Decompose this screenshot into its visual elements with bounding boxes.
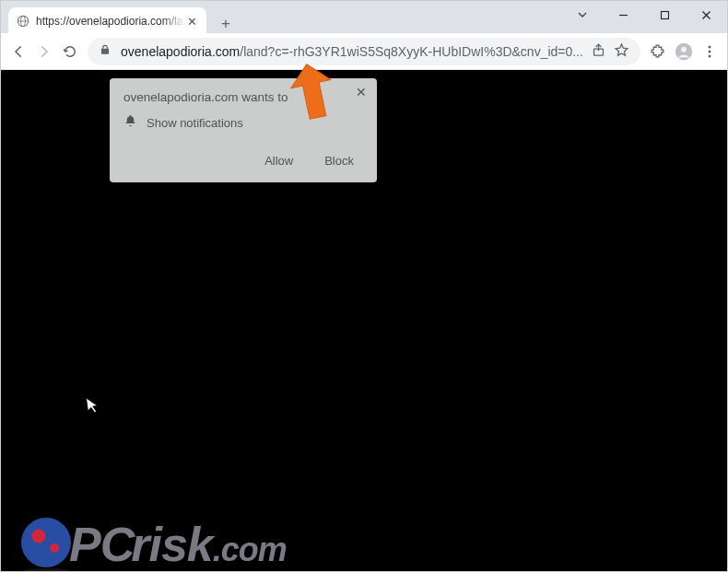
url-text: ovenelapodioria.com/land?c=-rhG3YR1wiS5S… <box>121 44 583 59</box>
svg-point-14 <box>50 543 59 553</box>
star-icon[interactable] <box>614 42 629 61</box>
share-icon[interactable] <box>591 42 606 61</box>
minimize-button[interactable] <box>603 1 644 29</box>
browser-titlebar: https://ovenelapodioria.com/land ✕ + <box>1 1 727 33</box>
url-domain: ovenelapodioria.com <box>121 44 240 59</box>
profile-button[interactable] <box>672 38 696 65</box>
browser-toolbar: ovenelapodioria.com/land?c=-rhG3YR1wiS5S… <box>1 33 727 70</box>
browser-tab[interactable]: https://ovenelapodioria.com/land ✕ <box>8 7 206 35</box>
menu-button[interactable] <box>698 38 722 65</box>
svg-rect-4 <box>662 11 669 18</box>
svg-point-11 <box>21 518 71 567</box>
chevron-down-icon[interactable] <box>561 1 603 29</box>
close-icon[interactable]: ✕ <box>356 85 367 99</box>
close-tab-icon[interactable]: ✕ <box>185 15 199 29</box>
svg-point-13 <box>32 530 46 543</box>
svg-point-9 <box>709 50 711 53</box>
reload-button[interactable] <box>58 38 82 65</box>
watermark-logo: PCrisk.com <box>18 516 607 572</box>
tab-title: https://ovenelapodioria.com/land <box>36 15 185 28</box>
svg-point-10 <box>709 54 711 57</box>
svg-point-7 <box>681 46 687 52</box>
address-bar[interactable]: ovenelapodioria.com/land?c=-rhG3YR1wiS5S… <box>88 38 640 65</box>
extensions-button[interactable] <box>646 38 670 65</box>
maximize-button[interactable] <box>644 1 686 29</box>
bell-icon <box>123 114 137 131</box>
globe-icon <box>16 14 30 29</box>
close-window-button[interactable] <box>686 1 727 29</box>
page-content: ✕ ovenelapodioria.com wants to Show noti… <box>1 70 727 572</box>
block-button[interactable]: Block <box>312 148 366 173</box>
logo-main: risk <box>131 517 213 572</box>
svg-point-12 <box>23 568 69 572</box>
logo-suffix: .com <box>213 531 287 569</box>
lock-icon[interactable] <box>99 43 112 59</box>
back-button[interactable] <box>6 38 30 65</box>
svg-point-8 <box>709 45 711 48</box>
forward-button[interactable] <box>32 38 56 65</box>
logo-text: PCrisk.com <box>69 517 287 572</box>
permission-item-label: Show notifications <box>147 116 243 130</box>
mouse-cursor-icon <box>85 395 102 420</box>
logo-ball-icon <box>18 516 75 572</box>
url-path: /land?c=-rhG3YR1wiS5Sq8XyyK-HUbIDwI%3D&c… <box>240 44 583 59</box>
new-tab-button[interactable]: + <box>216 13 236 33</box>
logo-prefix: PC <box>69 517 134 572</box>
window-controls <box>561 1 727 29</box>
allow-button[interactable]: Allow <box>252 148 305 173</box>
annotation-arrow-icon <box>287 63 337 120</box>
